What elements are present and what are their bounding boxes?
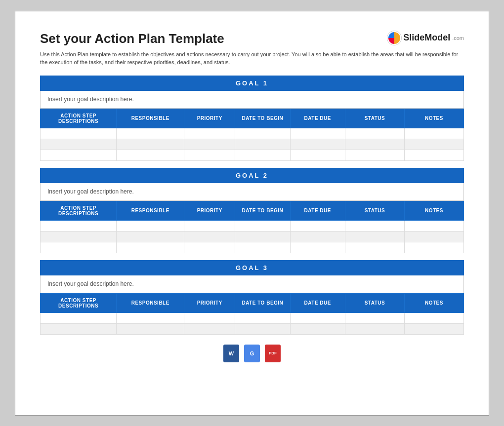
cell[interactable]	[290, 242, 345, 253]
col-header-notes: NOTES	[404, 293, 463, 312]
col-header-status: STATUS	[345, 109, 405, 128]
cell[interactable]	[184, 150, 235, 160]
col-header-date-begin: DATE TO BEGIN	[235, 201, 290, 220]
cell[interactable]	[345, 128, 405, 139]
cell[interactable]	[184, 139, 235, 150]
goal-1-header: GOAL 1	[40, 76, 464, 91]
cell[interactable]	[41, 231, 117, 242]
cell[interactable]	[41, 312, 117, 323]
goal-3-description[interactable]: Insert your goal description here.	[40, 275, 464, 293]
table-row	[41, 150, 464, 160]
cell[interactable]	[235, 242, 290, 253]
goal-2-table: ACTION STEP DESCRIPTIONS RESPONSIBLE PRI…	[40, 201, 464, 253]
col-header-notes: NOTES	[404, 109, 463, 128]
cell[interactable]	[117, 312, 184, 323]
col-header-status: STATUS	[345, 293, 405, 312]
cell[interactable]	[235, 312, 290, 323]
cell[interactable]	[345, 139, 405, 150]
table-row	[41, 242, 464, 253]
col-header-priority: PRIORITY	[184, 109, 235, 128]
cell[interactable]	[345, 323, 405, 334]
col-header-priority: PRIORITY	[184, 293, 235, 312]
cell[interactable]	[184, 220, 235, 231]
col-header-responsible: RESPONSIBLE	[117, 201, 184, 220]
cell[interactable]	[345, 242, 405, 253]
word-icon[interactable]: W	[223, 345, 239, 362]
col-header-date-begin: DATE TO BEGIN	[235, 293, 290, 312]
cell[interactable]	[404, 231, 463, 242]
cell[interactable]	[41, 220, 117, 231]
col-header-action-step: ACTION STEP DESCRIPTIONS	[41, 109, 117, 128]
page: Set your Action Plan Template SlideModel…	[15, 11, 489, 416]
gdoc-icon[interactable]: G	[244, 345, 260, 362]
cell[interactable]	[41, 139, 117, 150]
goal-1-table: ACTION STEP DESCRIPTIONS RESPONSIBLE PRI…	[40, 109, 464, 161]
cell[interactable]	[235, 139, 290, 150]
col-header-action-step: ACTION STEP DESCRIPTIONS	[41, 293, 117, 312]
cell[interactable]	[290, 139, 345, 150]
table-row	[41, 220, 464, 231]
goal-2-header: GOAL 2	[40, 168, 464, 183]
cell[interactable]	[404, 312, 463, 323]
header: Set your Action Plan Template SlideModel…	[40, 31, 464, 46]
goal-3-section: GOAL 3 Insert your goal description here…	[40, 260, 464, 335]
col-header-responsible: RESPONSIBLE	[117, 109, 184, 128]
cell[interactable]	[117, 231, 184, 242]
description: Use this Action Plan template to establi…	[40, 50, 464, 67]
cell[interactable]	[184, 128, 235, 139]
cell[interactable]	[41, 128, 117, 139]
cell[interactable]	[345, 312, 405, 323]
cell[interactable]	[235, 231, 290, 242]
cell[interactable]	[404, 150, 463, 160]
table-row	[41, 323, 464, 334]
goal-3-header: GOAL 3	[40, 260, 464, 275]
page-title: Set your Action Plan Template	[40, 31, 224, 46]
cell[interactable]	[117, 139, 184, 150]
cell[interactable]	[404, 323, 463, 334]
logo: SlideModel .com	[387, 31, 464, 45]
footer-icons: W G PDF	[40, 345, 464, 362]
cell[interactable]	[345, 220, 405, 231]
col-header-date-due: DATE DUE	[290, 293, 345, 312]
cell[interactable]	[235, 150, 290, 160]
cell[interactable]	[345, 150, 405, 160]
cell[interactable]	[184, 242, 235, 253]
cell[interactable]	[290, 312, 345, 323]
cell[interactable]	[404, 128, 463, 139]
goal-2-section: GOAL 2 Insert your goal description here…	[40, 168, 464, 253]
cell[interactable]	[184, 312, 235, 323]
cell[interactable]	[290, 231, 345, 242]
cell[interactable]	[184, 231, 235, 242]
cell[interactable]	[404, 139, 463, 150]
table-row	[41, 312, 464, 323]
cell[interactable]	[235, 220, 290, 231]
cell[interactable]	[117, 128, 184, 139]
col-header-status: STATUS	[345, 201, 405, 220]
goal-2-description[interactable]: Insert your goal description here.	[40, 183, 464, 201]
cell[interactable]	[404, 220, 463, 231]
cell[interactable]	[41, 150, 117, 160]
cell[interactable]	[404, 242, 463, 253]
cell[interactable]	[290, 128, 345, 139]
cell[interactable]	[345, 231, 405, 242]
cell[interactable]	[235, 323, 290, 334]
cell[interactable]	[117, 220, 184, 231]
cell[interactable]	[184, 323, 235, 334]
table-row	[41, 139, 464, 150]
cell[interactable]	[41, 323, 117, 334]
cell[interactable]	[117, 242, 184, 253]
cell[interactable]	[41, 242, 117, 253]
cell[interactable]	[290, 323, 345, 334]
logo-suffix: .com	[452, 35, 464, 41]
cell[interactable]	[290, 220, 345, 231]
cell[interactable]	[290, 150, 345, 160]
logo-icon	[387, 31, 401, 45]
pdf-icon[interactable]: PDF	[265, 345, 281, 362]
col-header-action-step: ACTION STEP DESCRIPTIONS	[41, 201, 117, 220]
cell[interactable]	[235, 128, 290, 139]
cell[interactable]	[117, 323, 184, 334]
cell[interactable]	[117, 150, 184, 160]
col-header-date-due: DATE DUE	[290, 201, 345, 220]
goal-1-description[interactable]: Insert your goal description here.	[40, 91, 464, 109]
col-header-responsible: RESPONSIBLE	[117, 293, 184, 312]
